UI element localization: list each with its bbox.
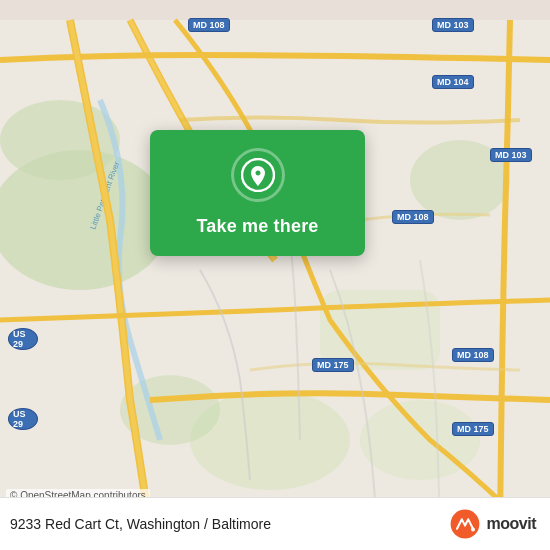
road-badge-md103-top: MD 103 [432,18,474,32]
pin-icon-wrap [231,148,285,202]
road-badge-us29-bot: US 29 [8,408,38,430]
road-badge-md103-right: MD 103 [490,148,532,162]
take-me-there-button[interactable]: Take me there [196,216,318,238]
location-card: Take me there [150,130,365,256]
map-container: Little Patuxent River MD 108 MD 103 MD 1… [0,0,550,550]
moovit-logo-text: moovit [487,515,536,533]
bottom-bar: 9233 Red Cart Ct, Washington / Baltimore… [0,497,550,550]
moovit-icon [449,508,481,540]
moovit-logo[interactable]: moovit [449,508,536,540]
location-pin-icon [241,158,275,192]
svg-point-11 [471,528,475,532]
svg-point-9 [242,159,274,191]
road-badge-us29-top: US 29 [8,328,38,350]
road-badge-md108-mid: MD 108 [392,210,434,224]
road-badge-md175-bot: MD 175 [312,358,354,372]
road-badge-md175-right: MD 175 [452,422,494,436]
road-badge-md108-right: MD 108 [452,348,494,362]
road-badge-md108-top: MD 108 [188,18,230,32]
road-badge-md104: MD 104 [432,75,474,89]
address-text: 9233 Red Cart Ct, Washington / Baltimore [10,516,271,532]
